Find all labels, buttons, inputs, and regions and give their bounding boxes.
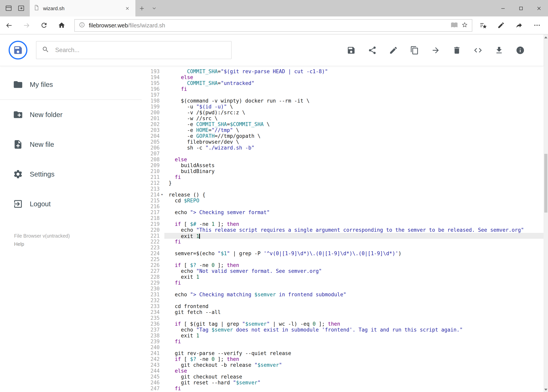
help-link[interactable]: Help	[14, 240, 142, 248]
code-line[interactable]: 215 cd $REPO	[142, 198, 543, 203]
set-tabs-aside-icon[interactable]	[16, 0, 26, 16]
scroll-down-arrow-icon[interactable]	[543, 386, 548, 392]
download-icon[interactable]	[494, 46, 503, 55]
code-line[interactable]: 204 -e GOPATH=//tmp/gopath \	[142, 133, 543, 139]
code-line[interactable]: 225	[142, 256, 543, 262]
code-line[interactable]: 231 echo "> Checking matching $semver in…	[142, 292, 543, 297]
forward-icon[interactable]	[18, 16, 35, 34]
code-line[interactable]: 239 fi	[142, 339, 543, 344]
close-button[interactable]	[530, 0, 548, 16]
code-line[interactable]: 244 else	[142, 368, 543, 374]
sidebar-item-my-files[interactable]: My files	[0, 70, 142, 99]
code-line[interactable]: 206 sh -c "./wizard.sh -b"	[142, 145, 543, 151]
code-line[interactable]: 193 COMMIT_SHA="$(git rev-parse HEAD | c…	[142, 69, 543, 74]
save-icon[interactable]	[347, 46, 355, 55]
code-line[interactable]: 227 echo "Not valid semver format. See s…	[142, 268, 543, 274]
sidebar-item-new-file[interactable]: New file	[0, 130, 142, 159]
move-arrow-icon[interactable]	[431, 46, 440, 55]
code-line[interactable]: 194 else	[142, 74, 543, 80]
code-line[interactable]: 198 $(command -v winpty) docker run --rm…	[142, 98, 543, 104]
code-line[interactable]: 222 fi	[142, 239, 543, 245]
code-line[interactable]: 216	[142, 203, 543, 210]
code-line[interactable]: 217 echo "> Checking semver format"	[142, 210, 543, 215]
code-line[interactable]: 210 buildBinary	[142, 168, 543, 174]
copy-icon[interactable]	[410, 46, 419, 55]
scrollbar-thumb[interactable]	[544, 154, 547, 213]
code-line[interactable]: 200 -v /$(pwd):/src:z \	[142, 110, 543, 115]
code-line[interactable]: 223	[142, 245, 543, 251]
code-line[interactable]: 211 fi	[142, 174, 543, 180]
more-menu-icon[interactable]	[530, 17, 544, 33]
address-bar[interactable]: filebrowser.web/files/wizard.sh	[74, 19, 472, 32]
sidebar-item-new-folder[interactable]: New folder	[0, 100, 142, 130]
tab-list-chevron-icon[interactable]	[148, 0, 160, 16]
rename-pencil-icon[interactable]	[389, 46, 398, 55]
code-line[interactable]: 228 exit 1	[142, 274, 543, 280]
code-line[interactable]: 238 exit 1	[142, 333, 543, 339]
code-line[interactable]: 218	[142, 215, 543, 221]
home-icon[interactable]	[53, 16, 70, 34]
info-icon[interactable]	[515, 46, 525, 55]
code-line[interactable]: 205 filebrowser/dev \	[142, 139, 543, 145]
sidebar-item-settings[interactable]: Settings	[0, 159, 142, 189]
tab-close-icon[interactable]	[123, 0, 132, 16]
code-line[interactable]: 242 if [ $? -ne 0 ]; then	[142, 356, 543, 362]
browser-tab[interactable]: wizard.sh	[30, 0, 135, 16]
favorites-hub-icon[interactable]	[476, 17, 490, 33]
favorite-star-icon[interactable]	[461, 21, 468, 29]
code-line[interactable]: 196 fi	[142, 86, 543, 92]
new-tab-button[interactable]	[135, 0, 148, 16]
code-line[interactable]: 226 if [ $? -ne 0 ]; then	[142, 262, 543, 268]
code-line[interactable]: 221 exit 1	[142, 233, 543, 239]
code-line[interactable]: 195 COMMIT_SHA="untracked"	[142, 80, 543, 86]
delete-trash-icon[interactable]	[452, 46, 461, 55]
code-line[interactable]: 233 cd frontend	[142, 303, 543, 309]
code-line[interactable]: 213	[142, 186, 543, 192]
code-line[interactable]: 246 git reset --hard "$semver"	[142, 380, 543, 385]
code-line[interactable]: 207	[142, 151, 543, 157]
code-line[interactable]: 199 -u "$(id -u)" \	[142, 104, 543, 110]
code-line[interactable]: 236 if [ $(git tag | grep "$semver" | wc…	[142, 321, 543, 327]
site-info-icon[interactable]	[79, 21, 85, 29]
code-line[interactable]: 243 git checkout -b release "$semver"	[142, 362, 543, 368]
code-line[interactable]: 197	[142, 92, 543, 98]
share-page-icon[interactable]	[512, 17, 526, 33]
search-input[interactable]	[54, 46, 226, 54]
minimize-button[interactable]	[494, 0, 512, 16]
code-line[interactable]: 237 echo "Tag $semver does not exist in …	[142, 327, 543, 333]
maximize-button[interactable]	[512, 0, 530, 16]
code-editor[interactable]: 193 COMMIT_SHA="$(git rev-parse HEAD | c…	[142, 66, 543, 392]
code-line[interactable]: 219 if [ $# -ne 1 ]; then	[142, 221, 543, 227]
code-line[interactable]: 240	[142, 344, 543, 350]
code-line[interactable]: 232	[142, 297, 543, 303]
web-note-pen-icon[interactable]	[494, 17, 508, 33]
code-line[interactable]: 230	[142, 286, 543, 292]
code-line[interactable]: 247 fi	[142, 385, 543, 392]
code-line[interactable]: 220 echo "This release script requires a…	[142, 227, 543, 233]
page-scrollbar[interactable]	[543, 35, 548, 392]
code-line[interactable]: 212}	[142, 180, 543, 186]
code-line[interactable]: 235	[142, 315, 543, 321]
share-icon[interactable]	[368, 46, 377, 55]
code-line[interactable]: 229 fi	[142, 280, 543, 286]
code-line[interactable]: 241 git rev-parse --verify --quiet relea…	[142, 350, 543, 356]
code-line[interactable]: 201 -w //src \	[142, 115, 543, 121]
filebrowser-logo[interactable]	[9, 41, 28, 59]
reading-view-icon[interactable]	[451, 21, 458, 29]
search-box[interactable]	[36, 41, 232, 59]
app-version: File Browser v(untracked)	[14, 232, 142, 240]
code-line[interactable]: 245 git checkout release	[142, 374, 543, 380]
code-line[interactable]: 202 -e COMMIT_SHA=$COMMIT_SHA \	[142, 121, 543, 127]
code-line[interactable]: 208 else	[142, 157, 543, 162]
back-icon[interactable]	[0, 16, 18, 34]
code-line[interactable]: 203 -e HOME="//tmp" \	[142, 127, 543, 133]
code-line[interactable]: 214▾release () {	[142, 192, 543, 198]
sidebar-item-logout[interactable]: Logout	[0, 189, 142, 219]
code-line[interactable]: 209 buildAssets	[142, 162, 543, 168]
scroll-up-arrow-icon[interactable]	[543, 35, 548, 40]
code-view-icon[interactable]	[473, 46, 482, 55]
tabs-youve-set-aside-icon[interactable]	[4, 0, 14, 16]
code-line[interactable]: 234 git fetch --all	[142, 309, 543, 315]
refresh-icon[interactable]	[35, 16, 53, 34]
code-line[interactable]: 224 semver=$(echo "$1" | grep -P '^v(0|[…	[142, 251, 543, 256]
